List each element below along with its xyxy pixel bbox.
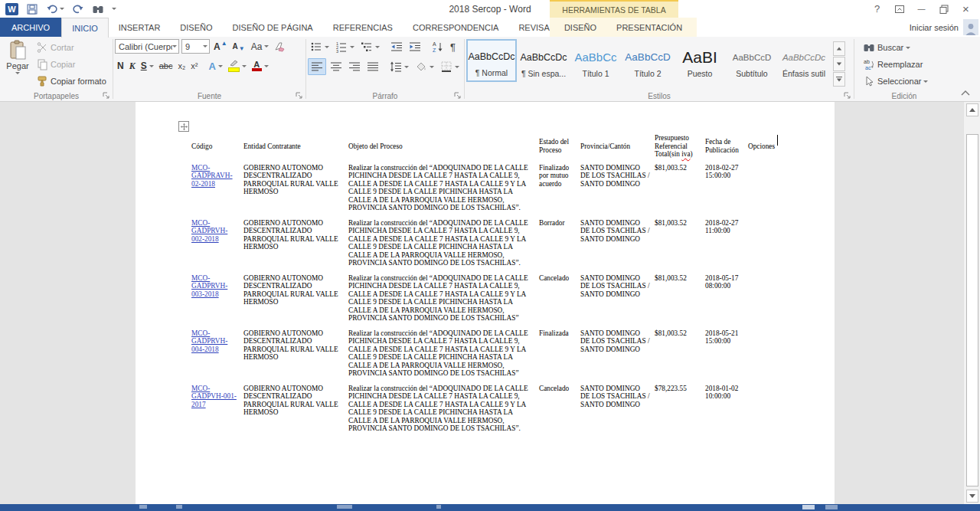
scrollbar-down-button[interactable] [966,490,978,503]
paste-button[interactable]: Pegar [2,39,34,74]
font-size-combo[interactable]: 9 [181,39,210,54]
codigo-link[interactable]: MCO-GADPRAVH-02-2018 [191,164,233,188]
find-label: Buscar [877,43,903,52]
style-titulo-1[interactable]: AaBbCc Título 1 [570,39,621,82]
change-case-button[interactable]: Aa [249,40,272,54]
tab-correspondencia[interactable]: CORRESPONDENCIA [403,18,508,37]
tab-archivo[interactable]: ARCHIVO [0,18,61,37]
tab-inicio[interactable]: INICIO [61,18,109,38]
italic-button[interactable]: K [127,59,138,74]
subscript-button[interactable]: x₂ [175,60,188,72]
replace-label: Reemplazar [877,60,923,69]
styles-scroll-down-button[interactable] [833,57,845,71]
numbering-button[interactable]: 123 [333,39,357,54]
restore-icon [938,3,950,15]
select-button[interactable]: Seleccionar [861,74,952,89]
qat-customize-button[interactable] [112,8,116,10]
bullets-button[interactable] [308,39,332,54]
line-spacing-button[interactable] [387,59,411,74]
align-right-button[interactable] [346,59,363,74]
parrafo-dialog-launcher-icon[interactable] [454,92,462,100]
format-painter-button[interactable]: Copiar formato [34,74,109,89]
sort-button[interactable]: AZ [430,39,446,54]
decrease-indent-button[interactable] [388,39,405,54]
user-avatar[interactable] [963,19,978,35]
minimize-button[interactable]: — [910,1,933,18]
font-name-combo[interactable]: Calibri (Cuerpo [115,39,179,54]
estilos-dialog-launcher-icon[interactable] [844,92,851,100]
find-button[interactable]: Buscar [861,40,952,55]
borders-button[interactable] [438,59,462,74]
styles-more-button[interactable] [833,72,845,87]
svg-text:ac: ac [865,65,871,70]
close-button[interactable]: × [955,1,977,18]
table-move-handle[interactable] [178,121,189,132]
font-color-button[interactable]: A [250,59,271,73]
multilevel-list-button[interactable] [358,39,382,54]
codigo-link[interactable]: MCO-GADPRVH-002-2018 [191,219,227,243]
tab-insertar[interactable]: INSERTAR [109,18,171,37]
styles-scroll-up-button[interactable] [833,41,845,56]
copy-button[interactable]: Copiar [34,57,109,72]
underline-button[interactable]: S [139,59,156,73]
find-button-qat[interactable] [92,3,104,15]
portapapeles-dialog-launcher-icon[interactable] [103,92,110,100]
clear-formatting-icon[interactable] [273,41,286,53]
align-left-button[interactable] [308,58,326,75]
increase-indent-button[interactable] [407,39,423,54]
sign-in-label[interactable]: Iniciar sesión [910,23,959,32]
justify-button[interactable] [364,59,381,74]
font-size-value: 9 [185,42,203,51]
undo-button[interactable] [46,3,64,15]
bold-button[interactable]: N [115,59,126,73]
strikethrough-button[interactable]: abc [157,60,175,72]
tab-diseno-de-pagina[interactable]: DISEÑO DE PÁGINA [223,18,323,37]
style-puesto[interactable]: AaBI Puesto [675,39,725,82]
align-center-button[interactable] [328,59,345,74]
tab-herramientas-presentacion[interactable]: PRESENTACIÓN [606,18,692,37]
scrollbar-thumb[interactable] [966,134,978,486]
tab-herramientas-diseno[interactable]: DISEÑO [554,18,606,37]
show-marks-button[interactable]: ¶ [448,40,458,54]
shrink-font-button[interactable]: A▼ [231,41,247,52]
tab-diseno[interactable]: DISEÑO [170,18,222,37]
codigo-link[interactable]: MCO-GADPVH-001-2017 [191,385,237,408]
redo-button[interactable] [72,3,84,15]
status-bar[interactable] [0,504,980,511]
collapse-ribbon-button[interactable] [960,90,971,97]
grow-font-button[interactable]: A▲ [212,41,229,52]
help-button[interactable]: ? [866,1,888,18]
contextual-tab-header: HERRAMIENTAS DE TABLA [550,0,678,18]
paste-dropdown-icon[interactable] [15,72,20,74]
highlight-button[interactable] [226,58,249,74]
find-binoculars-icon [863,41,875,54]
replace-button[interactable]: abac Reemplazar [861,57,952,72]
cut-button[interactable]: Cortar [34,40,109,55]
style-subtitulo[interactable]: AaBbCcD Subtítulo [727,39,777,82]
fuente-dialog-launcher-icon[interactable] [296,92,303,100]
shading-button[interactable] [413,59,436,74]
view-button[interactable] [825,505,838,509]
codigo-link[interactable]: MCO-GADPRVH-004-2018 [191,329,227,353]
cell-provincia: SANTO DOMINGO DE LOS TSACHILAS / SANTO D… [580,164,655,219]
font-name-value: Calibri (Cuerpo [119,42,172,51]
undo-dropdown-icon[interactable] [60,8,64,10]
style-normal[interactable]: AaBbCcDc ¶ Normal [466,39,517,82]
ribbon-display-options-button[interactable] [888,1,910,18]
cell-fecha: 2018-05-21 15:00:00 [705,329,748,385]
tab-referencias[interactable]: REFERENCIAS [323,18,403,37]
scrollbar-up-button[interactable] [966,103,978,116]
vertical-scrollbar[interactable] [963,102,980,504]
save-button[interactable] [26,3,38,15]
document-page[interactable]: Código Entidad Contratante Objeto del Pr… [136,102,835,504]
superscript-button[interactable]: x² [188,60,200,72]
style-enfasis-sutil[interactable]: AaBbCcDc Énfasis sutil [779,39,829,82]
qat-customize-icon [112,8,116,10]
word-logo-icon[interactable]: W [5,3,18,15]
restore-button[interactable] [933,1,955,18]
view-button[interactable] [802,505,815,509]
style-titulo-2[interactable]: AaBbCcD Título 2 [622,39,673,82]
text-effects-button[interactable]: A [206,59,224,74]
codigo-link[interactable]: MCO-GADPRVH-003-2018 [191,274,227,298]
style-sin-espaciado[interactable]: AaBbCcDc ¶ Sin espa... [518,39,569,82]
